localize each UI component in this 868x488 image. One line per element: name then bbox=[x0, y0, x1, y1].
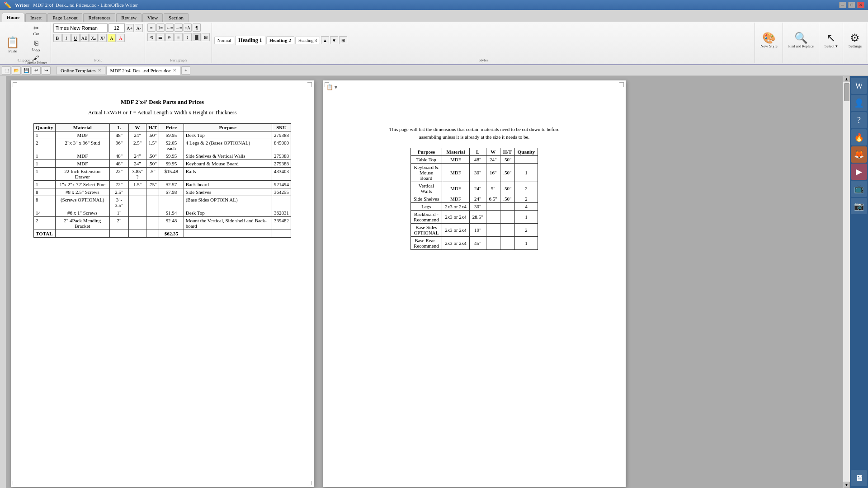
style-heading3[interactable]: Heading 3 bbox=[295, 37, 320, 44]
tab-section[interactable]: Section bbox=[164, 13, 189, 22]
sidebar-icon-3[interactable]: ? bbox=[851, 112, 867, 128]
paste-button[interactable]: 📋 Paste bbox=[3, 34, 23, 55]
font-color-button[interactable]: A bbox=[117, 34, 125, 42]
borders-button[interactable]: ⊞ bbox=[202, 33, 210, 41]
styles-scroll-down[interactable]: ▼ bbox=[330, 36, 338, 44]
sidebar-icon-9[interactable]: 🖥 bbox=[851, 470, 867, 486]
restore-btn[interactable]: □ bbox=[848, 2, 855, 8]
sidebar-icon-2[interactable]: 👤 bbox=[851, 95, 867, 111]
sidebar-icon-8[interactable]: 📷 bbox=[851, 198, 867, 214]
superscript-button[interactable]: X² bbox=[99, 34, 107, 42]
add-tab-btn[interactable]: + bbox=[181, 66, 190, 75]
save-doc-btn[interactable]: 💾 bbox=[22, 66, 31, 75]
line-spacing-button[interactable]: ↕ bbox=[184, 33, 192, 41]
tab-references[interactable]: References bbox=[83, 13, 115, 22]
numbered-list-button[interactable]: 1≡ bbox=[156, 23, 165, 32]
document-tabs: ⬚ 📂 💾 ↩ ↪ Online Templates ✕ MDF 2'x4' D… bbox=[0, 65, 868, 76]
strikethrough-button[interactable]: AB bbox=[80, 34, 89, 42]
cut-table: Purpose Material L W H/T Quanity Table T… bbox=[410, 148, 538, 250]
window-title: MDF 2'x4' Desk...nd Prices.doc - LibreOf… bbox=[33, 2, 138, 8]
sidebar-icon-4[interactable]: 🔥 bbox=[851, 129, 867, 145]
styles-scroll-up[interactable]: ▲ bbox=[321, 36, 329, 44]
undo-btn[interactable]: ↩ bbox=[32, 66, 41, 75]
cut-icon: ✂ bbox=[33, 25, 39, 32]
sidebar-icon-6[interactable]: ▶ bbox=[851, 164, 867, 180]
find-replace-label: Find and Replace bbox=[788, 44, 814, 48]
ribbon: 📋 Paste ✂ Cut ⎘ Copy 🖌 Format Painter Cl… bbox=[0, 22, 868, 65]
cut-table-row: Base SidesOPTIONAL2x3 or 2x419"2 bbox=[410, 224, 538, 237]
tab-view[interactable]: View bbox=[142, 13, 163, 22]
settings-button[interactable]: ⚙ Settings bbox=[845, 30, 865, 51]
col-l: L bbox=[110, 124, 129, 131]
vertical-scrollbar[interactable]: ▲ ▼ bbox=[843, 76, 850, 488]
font-size-decrease[interactable]: A- bbox=[135, 24, 143, 32]
font-size-input[interactable] bbox=[108, 23, 125, 33]
doc-tab-main[interactable]: MDF 2'x4' Des...nd Prices.doc ✕ bbox=[106, 66, 180, 75]
table-row: 8#8 x 2.5" Screws2.5"$7.98Side Shelves36… bbox=[34, 188, 291, 196]
scroll-down-btn[interactable]: ▼ bbox=[844, 482, 850, 488]
shading-button[interactable]: ▓ bbox=[193, 33, 201, 41]
doc-tab-main-close[interactable]: ✕ bbox=[173, 68, 176, 73]
font-size-increase[interactable]: A+ bbox=[126, 24, 134, 32]
sidebar-icon-1[interactable]: W bbox=[851, 78, 867, 94]
cut-col-l: L bbox=[469, 148, 486, 156]
title-bar-left: ✏️ Writer MDF 2'x4' Desk...nd Prices.doc… bbox=[4, 1, 138, 9]
find-replace-icon: 🔍 bbox=[794, 32, 808, 44]
redo-btn[interactable]: ↪ bbox=[42, 66, 51, 75]
sidebar-icon-5[interactable]: 🦊 bbox=[851, 146, 867, 163]
sidebar-icon-7[interactable]: 📺 bbox=[851, 181, 867, 197]
tab-insert[interactable]: Insert bbox=[25, 13, 47, 22]
paste-icon: 📋 bbox=[6, 37, 19, 48]
doc-tab-main-label: MDF 2'x4' Des...nd Prices.doc bbox=[110, 68, 171, 73]
cut-label: Cut bbox=[33, 32, 39, 36]
align-center-button[interactable]: ☰ bbox=[156, 33, 165, 41]
align-right-button[interactable]: ⫸ bbox=[165, 33, 174, 41]
doc-tab-templates[interactable]: Online Templates ✕ bbox=[57, 66, 105, 75]
app-icon: ✏️ bbox=[4, 1, 11, 9]
document-area[interactable]: MDF 2'x4' Desk Parts and Prices Actual L… bbox=[6, 76, 843, 488]
cut-col-purpose: Purpose bbox=[410, 148, 442, 156]
doc-tab-templates-close[interactable]: ✕ bbox=[98, 68, 101, 73]
highlight-button[interactable]: A bbox=[108, 34, 116, 42]
copy-button[interactable]: ⎘ Copy bbox=[24, 38, 49, 52]
find-replace-button[interactable]: 🔍 Find and Replace bbox=[785, 30, 817, 50]
title-bar: ✏️ Writer MDF 2'x4' Desk...nd Prices.doc… bbox=[0, 0, 868, 10]
open-doc-btn[interactable]: 📂 bbox=[12, 66, 21, 75]
justify-button[interactable]: ≡ bbox=[175, 33, 183, 41]
scroll-up-btn[interactable]: ▲ bbox=[844, 76, 850, 82]
scroll-track[interactable] bbox=[843, 82, 850, 482]
select-icon: ↖ bbox=[826, 32, 835, 44]
page-2: 📋 ▾ This page will list the dimensions t… bbox=[323, 80, 626, 487]
subscript-button[interactable]: X₂ bbox=[90, 34, 98, 42]
cut-button[interactable]: ✂ Cut bbox=[24, 23, 49, 38]
style-heading1[interactable]: Heading 1 bbox=[235, 36, 265, 45]
outdent-button[interactable]: ←≡ bbox=[165, 23, 174, 32]
font-name-input[interactable] bbox=[53, 23, 108, 33]
bullets-button[interactable]: ≡ bbox=[147, 23, 156, 32]
select-button[interactable]: ↖ Select ▾ bbox=[821, 30, 841, 51]
bold-button[interactable]: B bbox=[53, 34, 61, 42]
copy-label: Copy bbox=[32, 47, 41, 52]
indent-button[interactable]: →≡ bbox=[175, 23, 183, 32]
underline-button[interactable]: U bbox=[71, 34, 80, 42]
new-doc-btn[interactable]: ⬚ bbox=[2, 66, 11, 75]
sort-button[interactable]: ↕A bbox=[184, 23, 192, 32]
minimize-btn[interactable]: ─ bbox=[839, 2, 846, 8]
tab-page-layout[interactable]: Page Layout bbox=[47, 13, 82, 22]
scroll-thumb[interactable] bbox=[844, 83, 849, 101]
show-marks-button[interactable]: ¶ bbox=[193, 23, 201, 32]
tab-review[interactable]: Review bbox=[116, 13, 142, 22]
styles-label: Styles bbox=[212, 58, 755, 62]
style-normal[interactable]: Normal bbox=[214, 37, 235, 44]
align-left-button[interactable]: ⫷ bbox=[147, 33, 156, 41]
corner-tr bbox=[307, 82, 312, 87]
style-heading2[interactable]: Heading 2 bbox=[266, 36, 294, 44]
close-btn[interactable]: ✕ bbox=[857, 2, 864, 8]
cut-col-material: Material bbox=[442, 148, 470, 156]
tab-home[interactable]: Home bbox=[2, 13, 24, 22]
new-style-button[interactable]: 🎨 New Style bbox=[757, 30, 781, 51]
styles-expand[interactable]: ⊞ bbox=[339, 36, 347, 44]
table-row: 1MDF48"24".50"$9.95Desk Top279388 bbox=[34, 131, 291, 139]
page1-subtitle: Actual LxWxH or T = Actual Length x Widt… bbox=[33, 109, 291, 116]
italic-button[interactable]: I bbox=[62, 34, 71, 42]
